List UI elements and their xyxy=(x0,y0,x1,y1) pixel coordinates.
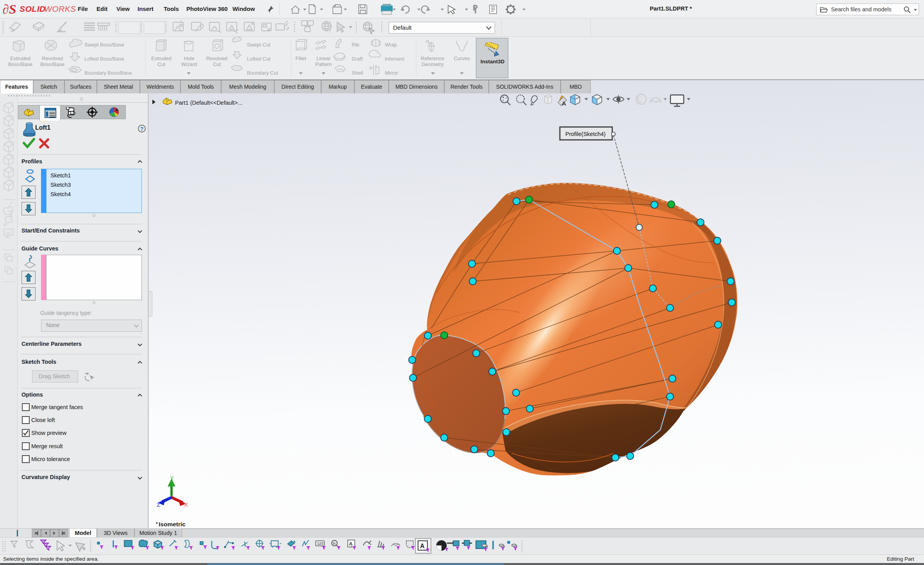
svg-text:A: A xyxy=(349,541,353,547)
svg-text:A: A xyxy=(420,543,425,549)
svg-text:N: N xyxy=(333,542,336,545)
svg-text:Profile(Sketch4): Profile(Sketch4) xyxy=(565,131,606,137)
svg-text:X: X xyxy=(184,501,188,508)
svg-text:Part1 (Default<<Default>...: Part1 (Default<<Default>... xyxy=(175,100,243,106)
svg-text:WORKS: WORKS xyxy=(44,4,75,13)
svg-text:A: A xyxy=(562,100,566,107)
svg-text:Isometric: Isometric xyxy=(159,521,186,527)
svg-text:∂S: ∂S xyxy=(3,2,16,16)
svg-text:*: * xyxy=(156,521,158,527)
svg-text:Z: Z xyxy=(157,501,160,508)
svg-text:123: 123 xyxy=(317,542,323,545)
svg-text:SOLID: SOLID xyxy=(20,4,46,13)
